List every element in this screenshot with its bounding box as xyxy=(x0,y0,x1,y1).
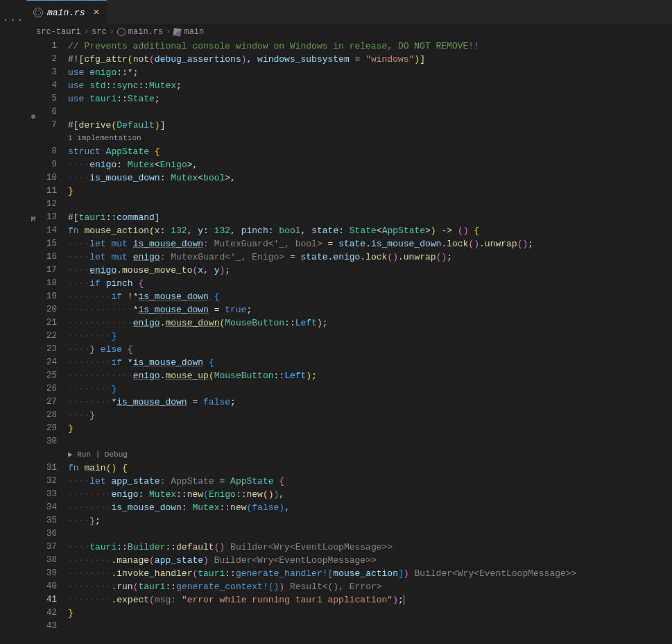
code-line[interactable]: fn mouse_action(x: i32, y: i32, pinch: b… xyxy=(68,224,666,237)
code-line[interactable]: fn main() { xyxy=(68,461,666,475)
line-number: 36 xyxy=(40,527,57,541)
tab-label: main.rs xyxy=(47,8,85,18)
codelens-implementations[interactable]: 1 implementation xyxy=(68,132,666,145)
code-line[interactable]: } xyxy=(68,422,666,435)
editor-main: main.rs × src-tauri › src › main.rs › ma… xyxy=(26,0,672,644)
code-line[interactable]: ········.manage(app_state) Builder<Wry<E… xyxy=(68,554,666,567)
line-number: 25 xyxy=(40,369,57,382)
code-line[interactable] xyxy=(68,620,666,633)
code-line[interactable] xyxy=(68,105,666,119)
line-number: 15 xyxy=(40,237,57,251)
code-line[interactable]: ····let mut is_mouse_down: MutexGuard<'_… xyxy=(68,237,666,251)
code-line[interactable]: ········is_mouse_down: Mutex::new(false)… xyxy=(68,501,666,514)
line-number: 43 xyxy=(40,620,57,633)
line-number: 24 xyxy=(40,356,57,369)
breadcrumb-part[interactable]: src xyxy=(92,27,107,37)
codelens-run-debug[interactable]: ▶ Run | Debug xyxy=(68,448,666,461)
chevron-right-icon: › xyxy=(110,27,114,37)
code-line[interactable]: ········enigo: Mutex::new(Enigo::new()), xyxy=(68,488,666,501)
code-area[interactable]: // Prevents additional console window on… xyxy=(68,40,666,644)
line-number: 5 xyxy=(40,92,57,105)
code-line[interactable] xyxy=(68,435,666,448)
line-number: 7 xyxy=(40,119,57,132)
breadcrumb-part[interactable]: src-tauri xyxy=(36,27,81,37)
line-number xyxy=(40,448,57,461)
line-number: 9 xyxy=(40,158,57,171)
code-line[interactable]: ····let mut enigo: MutexGuard<'_, Enigo>… xyxy=(68,251,666,264)
line-number: 2 xyxy=(40,53,57,66)
code-line[interactable]: ····let app_state: AppState = AppState { xyxy=(68,475,666,488)
code-line[interactable]: #[derive(Default)] xyxy=(68,119,666,132)
line-number: 14 xyxy=(40,224,57,237)
line-number: 18 xyxy=(40,277,57,290)
code-line[interactable] xyxy=(68,527,666,541)
code-line[interactable]: use tauri::State; xyxy=(68,92,666,105)
line-number: 4 xyxy=(40,79,57,92)
line-number: 37 xyxy=(40,541,57,554)
line-number: 29 xyxy=(40,422,57,435)
code-line[interactable]: ····enigo: Mutex<Enigo>, xyxy=(68,158,666,171)
code-line[interactable]: #![cfg_attr(not(debug_assertions), windo… xyxy=(68,53,666,66)
line-number: 34 xyxy=(40,501,57,514)
code-line[interactable]: ············*is_mouse_down = true; xyxy=(68,303,666,316)
code-line[interactable]: ········if !*is_mouse_down { xyxy=(68,290,666,303)
rust-icon xyxy=(117,28,126,36)
modified-marker-icon xyxy=(31,115,35,119)
code-line[interactable]: ········} xyxy=(68,330,666,343)
line-number: 22 xyxy=(40,330,57,343)
chevron-right-icon: › xyxy=(166,27,171,37)
code-line[interactable]: // Prevents additional console window on… xyxy=(68,40,666,53)
close-icon[interactable]: × xyxy=(94,7,100,19)
more-icon[interactable]: ··· xyxy=(2,14,24,26)
code-line[interactable]: #[tauri::command] xyxy=(68,211,666,224)
activity-bar: ··· xyxy=(0,0,26,644)
code-line[interactable]: ····is_mouse_down: Mutex<bool>, xyxy=(68,171,666,185)
code-line[interactable]: ········if *is_mouse_down { xyxy=(68,356,666,369)
scrollbar[interactable] xyxy=(666,40,672,644)
line-number: 12 xyxy=(40,198,57,211)
tab-main-rs[interactable]: main.rs × xyxy=(26,0,107,24)
code-line[interactable]: ····if pinch { xyxy=(68,277,666,290)
breadcrumb[interactable]: src-tauri › src › main.rs › main xyxy=(26,24,672,40)
line-number: 20 xyxy=(40,303,57,316)
line-number: 40 xyxy=(40,580,57,593)
gutter-marks: M xyxy=(26,40,40,644)
code-line[interactable]: ····}; xyxy=(68,514,666,527)
code-line[interactable]: ········} xyxy=(68,382,666,396)
code-line[interactable]: ············enigo.mouse_up(MouseButton::… xyxy=(68,369,666,382)
line-number: 38 xyxy=(40,554,57,567)
breadcrumb-part[interactable]: main xyxy=(184,27,204,37)
code-line[interactable]: ····enigo.mouse_move_to(x, y); xyxy=(68,264,666,277)
text-cursor xyxy=(404,595,404,605)
line-number: 42 xyxy=(40,607,57,620)
code-line[interactable]: } xyxy=(68,607,666,620)
code-line[interactable]: ········*is_mouse_down = false; xyxy=(68,396,666,409)
line-number: 33 xyxy=(40,488,57,501)
line-number: 6 xyxy=(40,105,57,119)
line-number: 11 xyxy=(40,185,57,198)
breadcrumb-part[interactable]: main.rs xyxy=(128,27,163,37)
line-number: 10 xyxy=(40,171,57,185)
code-line[interactable]: ····} xyxy=(68,409,666,422)
code-line[interactable]: use std::sync::Mutex; xyxy=(68,79,666,92)
line-number: 16 xyxy=(40,251,57,264)
code-line[interactable]: use enigo::*; xyxy=(68,66,666,79)
code-line[interactable]: ········.expect(msg: "error while runnin… xyxy=(68,593,666,607)
line-number: 31 xyxy=(40,461,57,475)
line-number: 17 xyxy=(40,264,57,277)
line-number: 8 xyxy=(40,145,57,158)
line-number: 30 xyxy=(40,435,57,448)
code-editor[interactable]: M 12345678910111213141516171819202122232… xyxy=(26,40,672,644)
line-number xyxy=(40,132,57,145)
code-line[interactable]: ············enigo.mouse_down(MouseButton… xyxy=(68,316,666,330)
code-line[interactable]: ····} else { xyxy=(68,343,666,356)
code-line[interactable]: ········.invoke_handler(tauri::generate_… xyxy=(68,567,666,580)
line-number: 1 xyxy=(40,40,57,53)
code-line[interactable]: } xyxy=(68,185,666,198)
code-line[interactable]: ········.run(tauri::generate_context!())… xyxy=(68,580,666,593)
line-number: 39 xyxy=(40,567,57,580)
chevron-right-icon: › xyxy=(84,27,89,37)
code-line[interactable]: struct AppState { xyxy=(68,145,666,158)
code-line[interactable] xyxy=(68,198,666,211)
code-line[interactable]: ····tauri::Builder::default() Builder<Wr… xyxy=(68,541,666,554)
